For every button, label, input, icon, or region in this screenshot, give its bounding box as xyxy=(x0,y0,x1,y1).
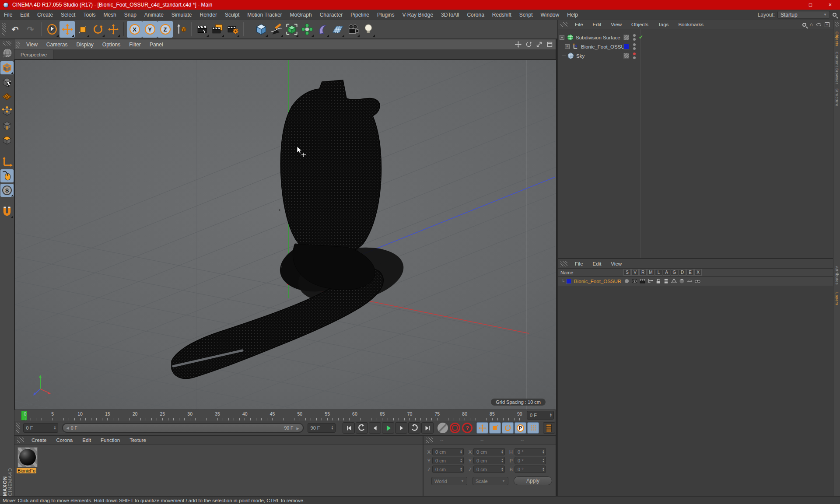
object-row-bionic-foot[interactable]: + 0 Bionic_Foot_OSSUR xyxy=(558,42,833,51)
layout-dropdown[interactable]: Startup ▼ xyxy=(777,11,830,19)
menu-item[interactable]: Mesh xyxy=(99,12,120,18)
render-toggle[interactable] xyxy=(639,278,645,284)
menu-item[interactable]: Tools xyxy=(79,12,99,18)
tab-attributes[interactable]: Attributes xyxy=(835,266,839,285)
object-tree[interactable]: − Subdivision Surface ✓ + 0 Bionic_Foot xyxy=(558,29,833,259)
viewport-pan-button[interactable] xyxy=(514,41,522,49)
layer-column-header[interactable]: M xyxy=(647,269,654,276)
model-mode-button[interactable] xyxy=(0,61,14,74)
object-manager-menu-item[interactable]: Bookmarks xyxy=(673,22,708,27)
object-manager-menu-item[interactable]: Tags xyxy=(653,22,673,27)
redo-button[interactable]: ↷ xyxy=(23,21,38,38)
add-modeling-object-button[interactable] xyxy=(299,21,315,38)
object-manager-menu-item[interactable]: View xyxy=(606,22,626,27)
menu-item[interactable]: Pipeline xyxy=(346,12,373,18)
coordinate-mode-dropdown[interactable]: World▼ xyxy=(431,477,467,485)
live-selection-button[interactable] xyxy=(44,21,60,38)
collapse-icon[interactable]: − xyxy=(560,35,564,40)
material-menu-item[interactable]: Function xyxy=(96,438,125,443)
tab-content-browser[interactable]: Content Browser xyxy=(835,52,839,84)
play-button[interactable] xyxy=(382,422,394,434)
snap-settings-button[interactable] xyxy=(0,205,14,218)
layer-column-header[interactable]: S xyxy=(623,269,631,276)
spinner-arrows-icon[interactable]: ▲▼ xyxy=(54,426,56,430)
render-view-button[interactable] xyxy=(194,21,210,38)
menu-item[interactable]: Window xyxy=(537,12,564,18)
viewport-menu-grip[interactable] xyxy=(16,42,20,48)
object-name[interactable]: Subdivision Surface xyxy=(576,35,620,40)
goto-end-button[interactable] xyxy=(421,422,434,434)
keyframe-question-button[interactable]: ? xyxy=(462,423,472,433)
material-menu-item[interactable]: Corona xyxy=(52,438,78,443)
menu-item[interactable]: Motion Tracker xyxy=(243,12,286,18)
layer-swatch-blue[interactable] xyxy=(623,44,629,49)
menu-item[interactable]: Select xyxy=(57,12,79,18)
spinner-arrows-icon[interactable]: ▲▼ xyxy=(550,413,552,417)
add-object-icon[interactable]: + xyxy=(825,22,830,27)
material-thumbnail[interactable] xyxy=(18,447,38,467)
material-menu-item[interactable]: Create xyxy=(27,438,52,443)
menu-item[interactable]: 3DToAll xyxy=(437,12,463,18)
current-frame-field[interactable]: 0 F ▲▼ xyxy=(23,423,58,433)
viewport-menu-item[interactable]: View xyxy=(22,42,42,48)
menu-item[interactable]: V-Ray Bridge xyxy=(398,12,437,18)
key-scale-toggle[interactable] xyxy=(489,422,501,434)
menu-item[interactable]: Edit xyxy=(16,12,33,18)
render-region-button[interactable] xyxy=(210,21,225,38)
menu-item[interactable]: Help xyxy=(563,12,582,18)
tab-structure[interactable]: Structure xyxy=(835,88,839,106)
enable-axis-button[interactable] xyxy=(0,155,14,168)
toolbar-grip[interactable] xyxy=(2,23,6,35)
visibility-dots[interactable] xyxy=(633,43,636,50)
size-z-field[interactable]: 0 cm▲▼ xyxy=(473,466,505,473)
menu-item[interactable]: Snap xyxy=(120,12,140,18)
layer-column-header[interactable]: G xyxy=(671,269,678,276)
expand-icon[interactable]: + xyxy=(565,44,570,49)
pos-y-field[interactable]: 0 cm▲▼ xyxy=(432,457,464,464)
lock-x-axis-button[interactable]: X xyxy=(127,21,142,38)
xref-toggle[interactable] xyxy=(694,278,700,284)
record-keyframe-button[interactable] xyxy=(438,423,448,433)
menu-item[interactable]: Script xyxy=(515,12,537,18)
size-y-field[interactable]: 0 cm▲▼ xyxy=(473,457,505,464)
layer-color-swatch[interactable] xyxy=(566,279,571,284)
menu-item[interactable]: Sculpt xyxy=(221,12,243,18)
generators-toggle[interactable] xyxy=(671,278,677,284)
add-deformer-button[interactable] xyxy=(315,21,330,38)
lock-z-axis-button[interactable]: Z xyxy=(158,21,173,38)
object-manager-menu-item[interactable]: Edit xyxy=(588,22,606,27)
viewport-menu-item[interactable]: Cameras xyxy=(42,42,72,48)
material-menu-grip[interactable] xyxy=(17,438,24,443)
add-environment-button[interactable] xyxy=(330,21,345,38)
slider-left-arrow-icon[interactable]: ◀ xyxy=(66,426,69,430)
solo-toggle[interactable] xyxy=(623,278,630,284)
workplane-mode-button[interactable] xyxy=(0,90,14,103)
viewport-canvas[interactable]: Grid Spacing : 10 cm xyxy=(14,60,556,410)
minimize-button[interactable]: – xyxy=(781,0,801,10)
rotate-tool-button[interactable] xyxy=(90,21,105,38)
add-generator-button[interactable] xyxy=(284,21,299,38)
snap-toggle-button[interactable]: S xyxy=(0,184,14,197)
pos-x-field[interactable]: 0 cm▲▼ xyxy=(432,448,464,455)
search-icon[interactable] xyxy=(802,23,806,27)
viewport-menu-item[interactable]: Options xyxy=(98,42,125,48)
autokey-button[interactable] xyxy=(450,423,460,433)
last-tool-button[interactable] xyxy=(105,21,121,38)
render-settings-button[interactable] xyxy=(225,21,240,38)
object-name[interactable]: Bionic_Foot_OSSUR xyxy=(581,44,628,49)
object-manager-grip[interactable] xyxy=(560,22,567,27)
add-primitive-button[interactable] xyxy=(253,21,269,38)
home-icon[interactable]: ⌂ xyxy=(810,21,813,28)
layer-swatch[interactable] xyxy=(623,35,629,40)
menu-item[interactable]: Render xyxy=(196,12,221,18)
layer-swatch[interactable] xyxy=(623,53,629,59)
layer-column-header[interactable]: R xyxy=(639,269,647,276)
timeline-range-slider[interactable]: ◀ 0 F 90 F ▶ xyxy=(62,423,304,433)
menu-item[interactable]: Redshift xyxy=(488,12,515,18)
menu-item[interactable]: Animate xyxy=(140,12,168,18)
layer-menu-item[interactable]: Edit xyxy=(588,261,606,266)
end-frame-field[interactable]: 90 F ▲▼ xyxy=(308,423,336,433)
key-pla-toggle[interactable] xyxy=(527,422,539,434)
key-rotation-toggle[interactable] xyxy=(502,422,514,434)
material-menu-item[interactable]: Edit xyxy=(77,438,96,443)
